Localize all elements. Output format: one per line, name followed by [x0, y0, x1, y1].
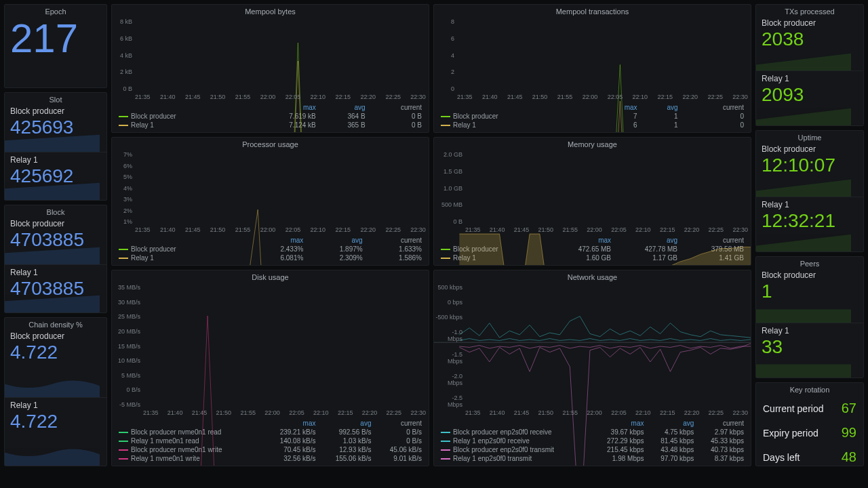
kv-label: Days left: [763, 452, 800, 463]
panel-title: Block: [5, 205, 106, 216]
panel-key-rotation: Key rotation Current period 67 Expiry pe…: [755, 382, 864, 466]
chart-plot: [434, 281, 751, 466]
chart-plot: [112, 281, 429, 466]
chart-area: 7%6%5%4%3%2%1% 21:3521:4021:4521:5021:55…: [112, 148, 429, 235]
stat-label: Relay 1: [762, 200, 858, 209]
uptime-r1-value: 12:32:21: [762, 211, 858, 232]
chart-area: 2.0 GB1.5 GB1.0 GB500 MB0 B 21:3521:4021…: [434, 148, 751, 235]
kv-label: Current period: [763, 403, 824, 414]
panel-cpu[interactable]: Processor usage 7%6%5%4%3%2%1% 21:3521:4…: [111, 137, 429, 266]
kv-row: Days left 48: [756, 445, 863, 466]
stat-label: Block producer: [762, 270, 858, 280]
panel-chain-density: Chain density % Block producer 4.722 Rel…: [4, 317, 107, 466]
stat-label: Relay 1: [10, 268, 101, 277]
density-bp-value: 4.722: [10, 342, 101, 363]
panel-title: Uptime: [756, 131, 863, 142]
panel-title: Disk usage: [112, 270, 429, 281]
chart-plot: [434, 148, 751, 266]
stat-label: Block producer: [10, 106, 101, 116]
kv-value: 99: [842, 425, 856, 441]
txs-r1-value: 2093: [762, 85, 858, 106]
stat-label: Relay 1: [10, 401, 101, 410]
key-rotation-rows: Current period 67 Expiry period 99 Days …: [756, 394, 863, 466]
peers-r1-value: 33: [762, 337, 858, 358]
sparkline: [5, 245, 100, 264]
sparkline: [756, 178, 851, 197]
kv-row: Expiry period 99: [756, 420, 863, 445]
sparkline: [5, 378, 100, 397]
panel-epoch: Epoch 217: [4, 4, 107, 88]
stat-label: Block producer: [762, 144, 858, 154]
sparkline: [5, 133, 100, 152]
uptime-bp-value: 12:10:07: [762, 155, 858, 176]
panel-title: Memory usage: [434, 138, 751, 148]
chart-area: 86420 21:3521:4021:4521:5021:5522:0022:0…: [434, 16, 751, 102]
panel-title: Key rotation: [756, 383, 863, 394]
panel-title: Chain density %: [5, 318, 106, 329]
panel-title: Mempool transactions: [434, 5, 751, 16]
panel-mempool-bytes[interactable]: Mempool bytes 8 kB6 kB4 kB2 kB0 B 21:352…: [111, 4, 429, 133]
sparkline: [756, 359, 851, 378]
panel-title: Processor usage: [112, 138, 429, 148]
stat-label: Relay 1: [762, 326, 858, 336]
stat-label: Block producer: [10, 219, 101, 228]
panel-txs-processed: TXs processed Block producer 2038 Relay …: [755, 4, 864, 126]
chart-area: 35 MB/s30 MB/s25 MB/s20 MB/s15 MB/s10 MB…: [112, 281, 429, 418]
epoch-value: 217: [10, 18, 101, 59]
panel-title: TXs processed: [756, 5, 863, 16]
chart-plot: [434, 16, 751, 133]
panel-uptime: Uptime Block producer 12:10:07 Relay 1 1…: [755, 130, 864, 252]
stat-label: Relay 1: [10, 155, 101, 165]
panel-mem[interactable]: Memory usage 2.0 GB1.5 GB1.0 GB500 MB0 B…: [433, 137, 751, 266]
density-r1-value: 4.722: [10, 411, 101, 432]
panel-title: Slot: [5, 93, 106, 104]
chart-plot: [112, 148, 429, 266]
sparkline: [756, 304, 851, 323]
chart-area: 8 kB6 kB4 kB2 kB0 B 21:3521:4021:4521:50…: [112, 16, 429, 102]
panel-title: Network usage: [434, 270, 751, 281]
panel-slot: Slot Block producer 425693 Relay 1 42569…: [4, 92, 107, 201]
panel-peers: Peers Block producer 1 Relay 1 33: [755, 256, 864, 378]
txs-bp-value: 2038: [762, 29, 858, 50]
kv-value: 48: [842, 449, 856, 465]
chart-area: 500 kbps0 bps-500 kbps-1.0 Mbps-1.5 Mbps…: [434, 281, 751, 418]
panel-title: Mempool bytes: [112, 5, 429, 16]
panel-title: Epoch: [5, 5, 106, 16]
kv-value: 67: [842, 401, 856, 416]
sparkline: [756, 106, 851, 125]
kv-row: Current period 67: [756, 396, 863, 420]
sparkline: [5, 447, 100, 466]
panel-block: Block Block producer 4703885 Relay 1 470…: [4, 205, 107, 313]
stat-label: Block producer: [10, 331, 101, 341]
kv-label: Expiry period: [763, 428, 818, 439]
stat-label: Block producer: [762, 18, 858, 28]
sparkline: [5, 293, 100, 312]
sparkline: [756, 232, 851, 251]
sparkline: [756, 52, 851, 70]
panel-mempool-tx[interactable]: Mempool transactions 86420 21:3521:4021:…: [433, 4, 751, 133]
sparkline: [5, 181, 100, 200]
peers-bp-value: 1: [762, 281, 858, 302]
panel-disk[interactable]: Disk usage 35 MB/s30 MB/s25 MB/s20 MB/s1…: [111, 270, 429, 466]
panel-title: Peers: [756, 257, 863, 268]
panel-net[interactable]: Network usage 500 kbps0 bps-500 kbps-1.0…: [433, 270, 751, 466]
stat-label: Relay 1: [762, 74, 858, 83]
chart-plot: [112, 16, 429, 133]
